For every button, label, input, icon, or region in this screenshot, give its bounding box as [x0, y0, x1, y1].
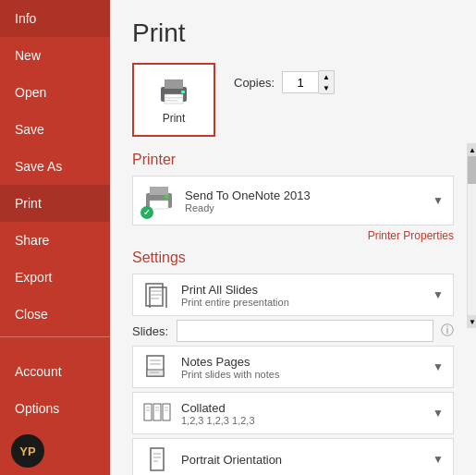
settings-text-portrait: Portrait Orientation — [181, 453, 423, 467]
settings-row-portrait[interactable]: Portrait Orientation ▼ — [132, 438, 454, 475]
printer-dropdown-arrow: ▼ — [433, 194, 444, 207]
settings-main-print-all: Print All Slides — [181, 283, 423, 297]
copies-spin-up[interactable]: ▲ — [319, 71, 334, 82]
print-button-area: Print Copies: ▲ ▼ — [132, 63, 454, 137]
sidebar-item-save-as[interactable]: Save As — [0, 148, 110, 185]
printer-name: Send To OneNote 2013 — [185, 189, 423, 202]
portrait-icon — [142, 445, 172, 474]
slides-input[interactable] — [177, 320, 433, 342]
sidebar-item-options[interactable]: Options — [0, 390, 110, 427]
svg-rect-7 — [150, 187, 168, 195]
notes-icon — [142, 352, 172, 382]
sidebar-item-close[interactable]: Close — [0, 296, 110, 333]
printer-section-title: Printer — [132, 152, 454, 168]
sidebar-item-print[interactable]: Print — [0, 185, 110, 222]
sidebar-bottom: Account Options YP — [0, 353, 110, 475]
scrollbar-down[interactable]: ▼ — [468, 315, 476, 328]
settings-sub-notes: Print slides with notes — [181, 369, 423, 380]
print-button-label: Print — [163, 112, 186, 125]
svg-rect-29 — [151, 448, 164, 470]
collated-dropdown-arrow: ▼ — [433, 407, 444, 420]
collated-icon — [142, 398, 172, 428]
printer-row[interactable]: ✓ Send To OneNote 2013 Ready ▼ — [132, 176, 454, 225]
svg-rect-20 — [144, 404, 152, 420]
copies-area: Copies: ▲ ▼ — [234, 70, 335, 94]
scrollbar-up[interactable]: ▲ — [468, 143, 476, 156]
svg-rect-22 — [163, 404, 170, 420]
settings-row-notes[interactable]: Notes Pages Print slides with notes ▼ — [132, 346, 454, 388]
settings-main-collated: Collated — [181, 401, 423, 415]
printer-properties-link[interactable]: Printer Properties — [132, 229, 454, 242]
svg-rect-8 — [150, 201, 168, 209]
main-content: Print Print Copies: ▲ ▼ Pr — [110, 0, 476, 475]
settings-main-portrait: Portrait Orientation — [181, 453, 423, 467]
sidebar-item-new[interactable]: New — [0, 37, 110, 74]
sidebar-item-save[interactable]: Save — [0, 111, 110, 148]
svg-rect-11 — [150, 287, 166, 308]
svg-point-9 — [165, 195, 169, 200]
printer-info: Send To OneNote 2013 Ready — [185, 189, 423, 213]
settings-text-print-all: Print All Slides Print entire presentati… — [181, 283, 423, 308]
sidebar-item-share[interactable]: Share — [0, 222, 110, 259]
settings-sub-print-all: Print entire presentation — [181, 297, 423, 308]
ready-badge: ✓ — [140, 206, 153, 219]
sidebar-item-info[interactable]: Info — [0, 0, 110, 37]
svg-rect-3 — [181, 91, 185, 93]
sidebar-logo: YP — [0, 427, 110, 475]
svg-rect-5 — [165, 100, 177, 102]
sidebar: Info New Open Save Save As Print Share E… — [0, 0, 110, 475]
copies-input-wrap: ▲ ▼ — [282, 70, 335, 94]
printer-icon — [155, 75, 192, 108]
svg-rect-21 — [153, 404, 161, 420]
sidebar-item-open[interactable]: Open — [0, 74, 110, 111]
settings-row-print-all[interactable]: Print All Slides Print entire presentati… — [132, 274, 454, 316]
slides-row: Slides: ⓘ — [132, 320, 454, 342]
print-button[interactable]: Print — [132, 63, 215, 137]
printer-icon-wrap: ✓ — [142, 184, 176, 217]
page-title: Print — [132, 18, 454, 48]
settings-text-collated: Collated 1,2,3 1,2,3 1,2,3 — [181, 401, 423, 426]
copies-spin-down[interactable]: ▼ — [319, 82, 334, 93]
settings-text-notes: Notes Pages Print slides with notes — [181, 355, 423, 380]
settings-row-collated[interactable]: Collated 1,2,3 1,2,3 1,2,3 ▼ — [132, 392, 454, 434]
slides-label: Slides: — [132, 324, 169, 338]
sidebar-item-export[interactable]: Export — [0, 259, 110, 296]
scrollbar-thumb[interactable] — [468, 156, 476, 184]
print-all-icon — [142, 280, 172, 310]
svg-rect-4 — [165, 97, 183, 99]
sidebar-item-account[interactable]: Account — [0, 353, 110, 390]
settings-main-notes: Notes Pages — [181, 355, 423, 369]
logo-circle: YP — [11, 434, 44, 468]
settings-sub-collated: 1,2,3 1,2,3 1,2,3 — [181, 415, 423, 426]
svg-rect-1 — [165, 79, 183, 89]
copies-label: Copies: — [234, 76, 275, 90]
settings-section-title: Settings — [132, 250, 454, 266]
sidebar-divider — [0, 336, 110, 337]
scrollbar-track: ▲ ▼ — [467, 143, 476, 328]
copies-spinner: ▲ ▼ — [319, 70, 335, 94]
portrait-dropdown-arrow: ▼ — [433, 453, 444, 466]
print-all-dropdown-arrow: ▼ — [433, 288, 444, 301]
printer-status: Ready — [185, 202, 423, 213]
copies-input[interactable] — [282, 71, 319, 93]
svg-rect-2 — [165, 94, 183, 104]
notes-dropdown-arrow: ▼ — [433, 360, 444, 373]
info-icon: ⓘ — [441, 323, 454, 339]
